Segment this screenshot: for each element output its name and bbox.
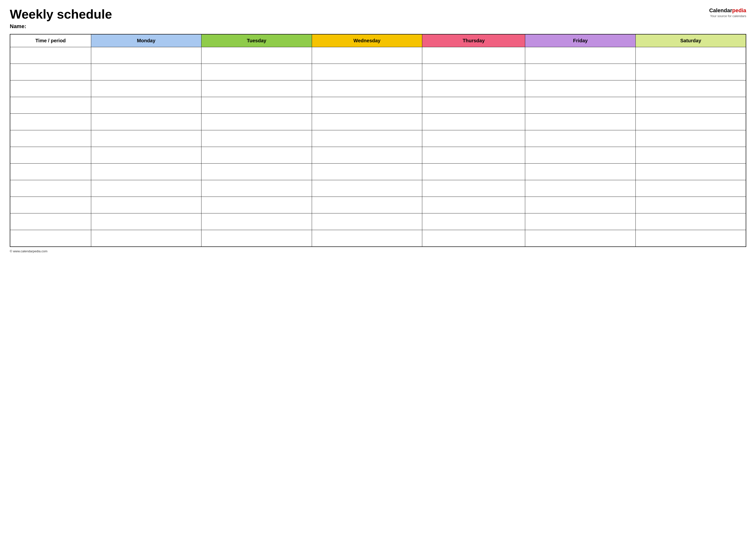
schedule-cell[interactable]: [91, 47, 202, 64]
schedule-cell[interactable]: [636, 64, 746, 80]
schedule-cell[interactable]: [312, 97, 422, 114]
schedule-cell[interactable]: [525, 197, 636, 213]
schedule-cell[interactable]: [422, 147, 525, 164]
schedule-cell[interactable]: [636, 114, 746, 130]
schedule-cell[interactable]: [525, 97, 636, 114]
time-cell[interactable]: [10, 47, 91, 64]
schedule-cell[interactable]: [422, 213, 525, 230]
time-cell[interactable]: [10, 64, 91, 80]
schedule-cell[interactable]: [312, 164, 422, 180]
schedule-cell[interactable]: [91, 80, 202, 97]
schedule-cell[interactable]: [202, 213, 312, 230]
time-cell[interactable]: [10, 97, 91, 114]
schedule-cell[interactable]: [91, 114, 202, 130]
schedule-cell[interactable]: [91, 97, 202, 114]
schedule-cell[interactable]: [312, 230, 422, 247]
schedule-cell[interactable]: [636, 197, 746, 213]
table-row: [10, 197, 746, 213]
schedule-cell[interactable]: [202, 130, 312, 147]
schedule-cell[interactable]: [91, 64, 202, 80]
schedule-cell[interactable]: [202, 197, 312, 213]
schedule-cell[interactable]: [202, 230, 312, 247]
schedule-cell[interactable]: [91, 213, 202, 230]
schedule-cell[interactable]: [91, 180, 202, 197]
schedule-cell[interactable]: [525, 47, 636, 64]
time-cell[interactable]: [10, 230, 91, 247]
schedule-cell[interactable]: [422, 80, 525, 97]
schedule-cell[interactable]: [202, 147, 312, 164]
schedule-cell[interactable]: [91, 130, 202, 147]
schedule-cell[interactable]: [525, 64, 636, 80]
table-row: [10, 97, 746, 114]
page-header: Weekly schedule Name: Calendarpedia Your…: [10, 7, 746, 30]
schedule-cell[interactable]: [312, 47, 422, 64]
schedule-cell[interactable]: [525, 147, 636, 164]
footer-url: © www.calendarpedia.com: [10, 250, 47, 253]
time-cell[interactable]: [10, 130, 91, 147]
time-cell[interactable]: [10, 114, 91, 130]
schedule-cell[interactable]: [422, 64, 525, 80]
schedule-cell[interactable]: [525, 180, 636, 197]
schedule-cell[interactable]: [636, 47, 746, 64]
schedule-cell[interactable]: [636, 164, 746, 180]
name-label: Name:: [10, 23, 112, 30]
schedule-cell[interactable]: [312, 130, 422, 147]
schedule-cell[interactable]: [312, 213, 422, 230]
schedule-cell[interactable]: [525, 114, 636, 130]
table-row: [10, 64, 746, 80]
schedule-cell[interactable]: [525, 213, 636, 230]
schedule-table: Time / period Monday Tuesday Wednesday T…: [10, 34, 746, 247]
schedule-cell[interactable]: [636, 130, 746, 147]
time-cell[interactable]: [10, 80, 91, 97]
time-cell[interactable]: [10, 180, 91, 197]
logo-subtitle: Your source for calendars: [710, 14, 746, 18]
table-row: [10, 213, 746, 230]
schedule-cell[interactable]: [636, 213, 746, 230]
schedule-cell[interactable]: [525, 130, 636, 147]
schedule-cell[interactable]: [525, 80, 636, 97]
schedule-cell[interactable]: [312, 147, 422, 164]
schedule-cell[interactable]: [202, 114, 312, 130]
col-header-tuesday: Tuesday: [202, 34, 312, 47]
time-cell[interactable]: [10, 197, 91, 213]
schedule-cell[interactable]: [312, 64, 422, 80]
schedule-cell[interactable]: [312, 180, 422, 197]
schedule-cell[interactable]: [422, 230, 525, 247]
schedule-cell[interactable]: [91, 230, 202, 247]
schedule-cell[interactable]: [202, 80, 312, 97]
schedule-cell[interactable]: [91, 147, 202, 164]
schedule-cell[interactable]: [422, 180, 525, 197]
schedule-cell[interactable]: [202, 97, 312, 114]
schedule-cell[interactable]: [202, 164, 312, 180]
schedule-cell[interactable]: [202, 180, 312, 197]
logo-section: Calendarpedia Your source for calendars: [709, 7, 746, 18]
schedule-cell[interactable]: [422, 130, 525, 147]
time-cell[interactable]: [10, 147, 91, 164]
header-row: Time / period Monday Tuesday Wednesday T…: [10, 34, 746, 47]
schedule-cell[interactable]: [312, 114, 422, 130]
table-header: Time / period Monday Tuesday Wednesday T…: [10, 34, 746, 47]
schedule-cell[interactable]: [422, 164, 525, 180]
page-title: Weekly schedule: [10, 7, 112, 21]
schedule-cell[interactable]: [636, 147, 746, 164]
table-row: [10, 180, 746, 197]
schedule-cell[interactable]: [312, 197, 422, 213]
schedule-cell[interactable]: [91, 197, 202, 213]
schedule-cell[interactable]: [636, 97, 746, 114]
schedule-cell[interactable]: [202, 47, 312, 64]
schedule-cell[interactable]: [525, 164, 636, 180]
schedule-cell[interactable]: [422, 47, 525, 64]
schedule-cell[interactable]: [636, 180, 746, 197]
schedule-cell[interactable]: [636, 230, 746, 247]
time-cell[interactable]: [10, 213, 91, 230]
schedule-cell[interactable]: [422, 114, 525, 130]
schedule-cell[interactable]: [422, 197, 525, 213]
schedule-cell[interactable]: [525, 230, 636, 247]
schedule-cell[interactable]: [422, 97, 525, 114]
schedule-cell[interactable]: [202, 64, 312, 80]
schedule-cell[interactable]: [636, 80, 746, 97]
schedule-cell[interactable]: [312, 80, 422, 97]
schedule-cell[interactable]: [91, 164, 202, 180]
table-row: [10, 147, 746, 164]
time-cell[interactable]: [10, 164, 91, 180]
